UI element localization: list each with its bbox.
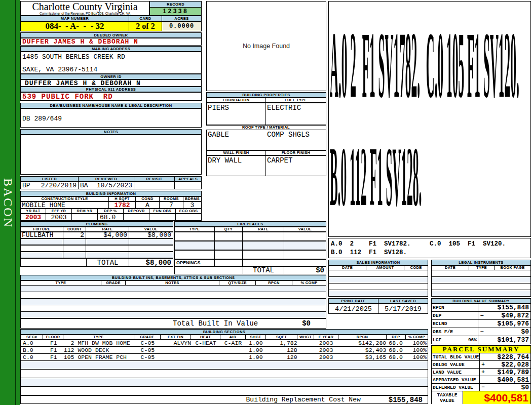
sec-label: SEC# [20,335,43,340]
empty-row [431,290,531,297]
dep-label: DEP [387,335,406,340]
rooms-label: ROOMS [160,196,183,201]
county-title-box: Charlotte County Virginia Commissioner o… [20,1,149,16]
taxable-label-line2: VALUE [440,398,454,403]
print-date-label: PRINT DATE [328,298,378,304]
last-saved-value: 5/17/2019 [378,304,428,314]
rpcn-sign [478,304,485,311]
empty-row [328,284,428,290]
table-row: B.0 F1 112 WOOD DECK C-05 1.00 128 2003 … [20,347,428,354]
appraised-label: APPRAISED VALUE [432,376,480,383]
building-information: BUILDING INFORMATION CONSTRUCTION STYLE … [20,191,202,221]
map-card-acres: MAP NUMBER CARD ACRES 084- - A- - - 32 2… [20,16,202,31]
building-sections-table: BUILDING SECTIONS SEC# FLOOR TYPE GRADE … [20,329,428,404]
plumbing-total-value: $8,000 [129,258,173,267]
legal-title: LEGAL INSTRUMENTS [431,260,531,265]
bi-qty-label: QTY/SIZE [219,280,256,286]
obs-value: $0 [485,328,530,336]
empty-row [174,241,326,250]
plumbing-title: PLUMBING [20,221,173,227]
plumbing-total-spacer [20,258,86,267]
empty-row [328,270,428,277]
plumbing-total-label: TOTAL [86,258,129,267]
air-label: AIR [220,335,246,340]
acres-label: ACRES [162,16,202,21]
listed-by: BP [22,182,30,189]
legal-date-label: DATE [431,265,469,270]
rclnd-sign [478,320,485,328]
fp-total-label: TOTAL [243,266,284,274]
ecoobs-value [176,214,202,221]
roof-material-value: COMP SHGLS [267,131,310,139]
listed-table: LISTED REVIEWED REVISIT APPEALS BP 2/20/… [20,176,202,189]
sales-information: SALES INFORMATION DATE AMOUNT CODE [328,260,428,297]
replacement-cost-value: $155,848 [389,396,428,404]
listed-value: BP 2/20/2019 [20,182,79,189]
legal-type-label: TYPE [469,265,495,270]
plumbing-table: PLUMBING FIXTURE COUNT RATE VALUE FULLBA… [20,221,173,267]
reviewed-by: BA [80,182,88,189]
lcf-pct: 96% [468,337,477,343]
rpcn-value: $155,848 [485,304,530,311]
building-properties-title: BUILDING PROPERTIES [206,92,326,98]
no-image-text: No Image Found [243,43,290,50]
roof-type-value: GABLE [208,131,229,139]
county-title: Charlotte County Virginia [21,2,149,12]
legal-instruments: LEGAL INSTRUMENTS DATE TYPE BOOK PAGE [431,260,531,297]
card-label: CARD [129,16,162,21]
county-subtitle: Commissioner of the Revenue, PO Box 308,… [21,12,149,15]
bi-notes-label: NOTES [126,280,219,286]
floor-label: FLOOR FINISH [266,150,326,155]
deferred-value: $0 [486,384,530,391]
fuel-value: ELECTRIC [266,103,326,125]
owner-id-bar: OWNER ID [20,74,202,79]
shgt-label: SHGT [246,335,266,340]
appraised-sign [480,376,486,383]
print-date-value: 4/21/2025 [328,304,378,314]
card-value: 2 of 2 [129,21,162,31]
empty-row [20,299,326,305]
rate-value: $4,000 [86,232,129,238]
legal-description: DB 289/649 [22,115,62,123]
record-box: RECORD 12338 [149,1,202,16]
mailing-address-box: 1485 SOUTH BERLES CREEK RD SAXE, VA 2396… [20,52,202,74]
empty-row [174,250,326,259]
remyr-label: REM YR [72,209,98,214]
sketch-strip-line1: A.0 2 F1 SV1782. C.0 105 F1 SV120. [331,240,506,248]
sketch-label-large-1: A.0 2 F1 SV1782. C.0 105 F1 SV120. [330,12,519,119]
record-label: RECORD [149,1,202,8]
count-value: 2 [63,232,86,238]
appeals-label: APPEALS [175,176,202,182]
construction-style-label: CONSTRUCTION STYLE [20,196,109,201]
sqft-label: SQFT [266,335,297,340]
empty-row [328,290,428,297]
funobs-value [149,214,176,221]
floor-value: CARPET [266,155,326,176]
mailing-address-bar: MAILING ADDRESS [20,46,202,52]
empty-row [174,232,326,241]
dep-sign: − [478,312,485,319]
notes-bar: NOTES [20,129,202,135]
mailing-address-line1: 1485 SOUTH BERLES CREEK RD [22,53,125,61]
value-summary-title: BUILDING VALUE SUMMARY [431,298,531,304]
funobs-label: FUN OBS [149,209,176,214]
fp-rate-label: RATE [243,227,284,232]
whgt-label: WHGT [297,335,314,340]
sketch-strip: A.0 2 F1 SV1782. C.0 105 F1 SV120. B.0 1… [328,238,531,258]
taxable-label: TAXABLE VALUE [432,391,463,404]
effyr-label: EFF YR [46,209,72,214]
construction-style-value: MOBILE HOME [20,201,109,209]
roof-value-box: GABLE COMP SHGLS [206,130,326,150]
empty-row [20,238,173,245]
appeals-value [175,182,202,189]
record-value: 12338 [149,8,202,16]
land-sign: + [480,369,486,376]
openings-qty [215,259,243,266]
total-bldg-value: $228,764 [486,353,530,360]
wall-value: DRY WALL [206,155,266,176]
empty-row [20,305,326,312]
photo-box: No Image Found [206,1,326,91]
taxable-value: $400,581 [463,391,530,404]
comp-label: % COMP [406,335,428,340]
foundation-label: FOUNDATION [206,98,266,103]
